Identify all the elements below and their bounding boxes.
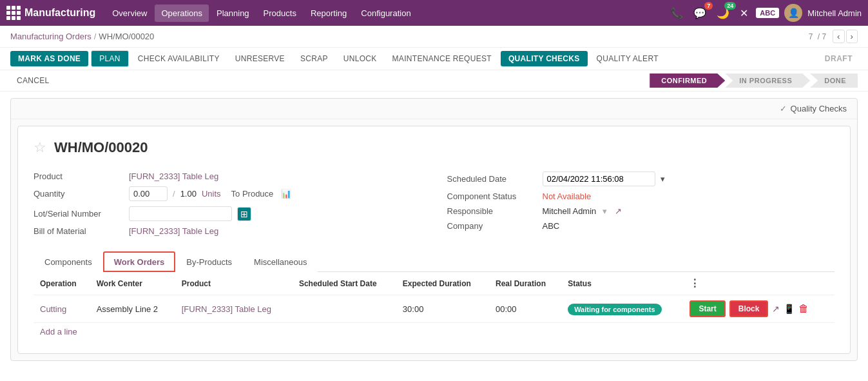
quality-checks-button[interactable]: QUALITY CHECKS <box>501 51 588 66</box>
avatar: 👤 <box>784 4 802 22</box>
col-actions-header: ⋮ <box>683 272 834 295</box>
product-label: Product <box>34 171 124 181</box>
row-product[interactable]: [FURN_2333] Table Leg <box>175 295 293 323</box>
lot-add-icon[interactable]: ⊞ <box>237 207 251 221</box>
col-real-duration: Real Duration <box>489 272 561 295</box>
top-menu: Overview Operations Planning Products Re… <box>106 5 668 22</box>
work-orders-table: Operation Work Center Product Scheduled … <box>34 272 834 323</box>
quantity-input[interactable] <box>129 186 168 201</box>
quality-alert-button[interactable]: QUALITY ALERT <box>590 51 665 66</box>
menu-planning[interactable]: Planning <box>210 5 256 22</box>
table-row: Cutting Assembly Line 2 [FURN_2333] Tabl… <box>34 295 834 323</box>
responsible-label: Responsible <box>447 206 537 216</box>
col-status: Status <box>561 272 683 295</box>
mobile-icon[interactable]: 📱 <box>784 304 795 314</box>
maintenance-request-button[interactable]: MAINTENANCE REQUEST <box>386 51 498 66</box>
tab-components[interactable]: Components <box>34 251 103 272</box>
bom-value[interactable]: [FURN_2333] Table Leg <box>129 226 218 236</box>
check-availability-button[interactable]: CHECK AVAILABILITY <box>131 51 226 66</box>
product-value[interactable]: [FURN_2333] Table Leg <box>129 171 218 181</box>
qty-separator: / <box>173 189 175 199</box>
unreserve-button[interactable]: UNRESERVE <box>229 51 291 66</box>
plan-button[interactable]: PLAN <box>91 50 129 67</box>
menu-operations[interactable]: Operations <box>155 5 209 22</box>
favorite-star-icon[interactable]: ☆ <box>34 139 46 156</box>
breadcrumb-parent[interactable]: Manufacturing Orders <box>10 32 92 41</box>
company-label: Company <box>447 221 537 231</box>
row-status: Waiting for components <box>561 295 683 323</box>
menu-configuration[interactable]: Configuration <box>354 5 417 22</box>
form-tabs: Components Work Orders By-Products Misce… <box>34 251 834 272</box>
responsible-external-link-icon[interactable]: ↗ <box>615 206 622 216</box>
responsible-dropdown-icon[interactable]: ▾ <box>603 206 607 216</box>
add-line-button[interactable]: Add a line <box>34 323 84 340</box>
lot-input[interactable] <box>129 206 232 221</box>
quantity-field-row: Quantity / 1.00 Units To Produce 📊 <box>34 184 421 204</box>
app-logo[interactable]: Manufacturing <box>6 6 95 20</box>
tab-work-orders[interactable]: Work Orders <box>103 251 176 272</box>
block-button[interactable]: Block <box>729 300 769 317</box>
row-expected-duration: 30:00 <box>396 295 489 323</box>
breadcrumb: Manufacturing Orders / WH/MO/00020 <box>10 32 154 41</box>
scheduled-date-input[interactable] <box>543 171 655 186</box>
row-work-center: Assembly Line 2 <box>90 295 175 323</box>
mark-as-done-button[interactable]: MARK AS DONE <box>10 51 88 66</box>
status-flow: CONFIRMED IN PROGRESS DONE <box>650 73 858 88</box>
delete-icon[interactable]: 🗑 <box>798 303 809 315</box>
component-status-value: Not Available <box>543 191 592 201</box>
quantity-max: 1.00 <box>180 189 197 199</box>
company-value: ABC <box>543 221 560 231</box>
tab-miscellaneous[interactable]: Miscellaneous <box>243 251 318 272</box>
app-title: Manufacturing <box>24 7 95 19</box>
tab-by-products[interactable]: By-Products <box>175 251 243 272</box>
date-dropdown-icon[interactable]: ▾ <box>661 174 665 184</box>
chat-badge: 7 <box>704 2 713 10</box>
moon-icon[interactable]: 🌙 24 <box>714 6 732 21</box>
row-operation[interactable]: Cutting <box>34 295 90 323</box>
external-link-icon[interactable]: ↗ <box>772 304 780 314</box>
waiting-status-badge: Waiting for components <box>568 304 661 315</box>
col-product: Product <box>175 272 293 295</box>
chat-icon[interactable]: 💬 7 <box>691 6 709 21</box>
col-work-center: Work Center <box>90 272 175 295</box>
status-in-progress[interactable]: IN PROGRESS <box>725 73 810 88</box>
lot-field-row: Lot/Serial Number ⊞ <box>34 204 421 224</box>
pagination-next[interactable]: › <box>846 30 858 43</box>
bom-label: Bill of Material <box>34 226 124 236</box>
status-done[interactable]: DONE <box>810 73 858 88</box>
quality-check-icon: ✓ <box>780 104 787 113</box>
row-scheduled-start <box>293 295 396 323</box>
company-row: Company ABC <box>447 219 835 233</box>
pagination-info: 7 / 7 <box>809 32 829 41</box>
action-icons: Start Block ↗ 📱 🗑 <box>690 300 828 317</box>
component-status-label: Component Status <box>447 191 537 201</box>
start-button[interactable]: Start <box>690 300 725 317</box>
chart-icon[interactable]: 📊 <box>281 189 291 199</box>
form-title: WH/MO/00020 <box>54 139 148 156</box>
grid-icon <box>6 6 21 20</box>
quality-check-label: Quality Checks <box>791 104 847 113</box>
responsible-value[interactable]: Mitchell Admin <box>543 206 597 216</box>
menu-overview[interactable]: Overview <box>106 5 153 22</box>
menu-products[interactable]: Products <box>257 5 303 22</box>
moon-badge: 24 <box>724 2 736 10</box>
lot-label: Lot/Serial Number <box>34 209 124 219</box>
scheduled-date-row: Scheduled Date ▾ <box>447 169 835 189</box>
phone-icon[interactable]: 📞 <box>668 6 686 21</box>
unlock-button[interactable]: UNLOCK <box>337 51 383 66</box>
component-status-row: Component Status Not Available <box>447 189 835 204</box>
col-scheduled-start: Scheduled Start Date <box>293 272 396 295</box>
main-toolbar: MARK AS DONE PLAN CHECK AVAILABILITY UNR… <box>0 48 868 70</box>
secondary-toolbar: CANCEL CONFIRMED IN PROGRESS DONE <box>0 70 868 92</box>
close-icon[interactable]: ✕ <box>737 6 751 21</box>
form-area: ☆ WH/MO/00020 Product [FURN_2333] Table … <box>17 126 851 354</box>
scrap-button[interactable]: SCRAP <box>294 51 334 66</box>
form-fields: Product [FURN_2333] Table Leg Quantity /… <box>34 169 834 239</box>
menu-reporting[interactable]: Reporting <box>304 5 353 22</box>
quantity-label: Quantity <box>34 189 124 199</box>
cancel-button[interactable]: CANCEL <box>10 73 55 88</box>
column-options-icon[interactable]: ⋮ <box>690 278 700 289</box>
quantity-unit: Units <box>202 189 221 199</box>
pagination-prev[interactable]: ‹ <box>833 30 844 43</box>
status-confirmed[interactable]: CONFIRMED <box>650 73 725 88</box>
